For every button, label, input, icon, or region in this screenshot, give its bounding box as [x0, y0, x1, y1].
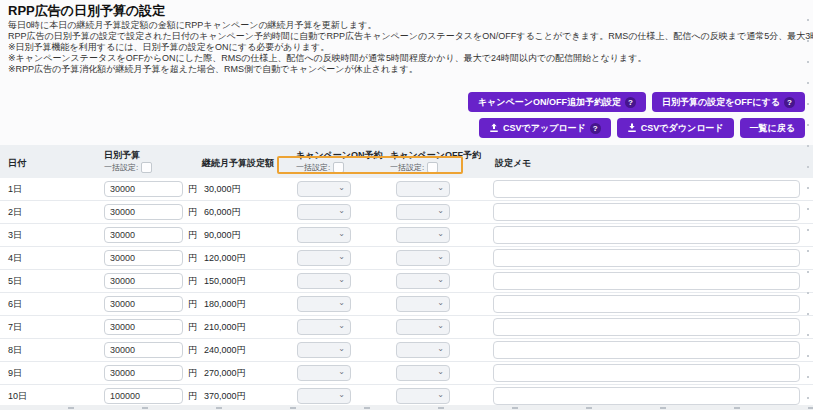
campaign-off-select[interactable]: ⌄ [396, 273, 450, 289]
campaign-on-select[interactable]: ⌄ [297, 388, 351, 404]
daily-budget-input[interactable] [104, 181, 183, 197]
description-line: ※RPP広告の予算消化額が継続月予算を超えた場合、RMS側で自動でキャンペーンが… [8, 64, 813, 75]
header-campaign-on: キャンペーンON予約 [296, 149, 383, 162]
campaign-off-select[interactable]: ⌄ [396, 296, 450, 312]
chevron-down-icon: ⌄ [437, 207, 444, 215]
unit-label: 円 [188, 390, 197, 403]
csv-download-button[interactable]: CSVでダウンロード [617, 118, 734, 138]
unit-label: 円 [188, 275, 197, 288]
daily-budget-input[interactable] [104, 227, 183, 243]
campaign-on-select[interactable]: ⌄ [297, 319, 351, 335]
page-title: RPP広告の日別予算の設定 [8, 2, 165, 20]
chevron-down-icon: ⌄ [437, 322, 444, 330]
table-row: 3日 円 90,000円 ⌄ ⌄ [0, 224, 813, 247]
table-row: 6日 円 180,000円 ⌄ ⌄ [0, 293, 813, 316]
horizontal-scrollbar[interactable] [0, 405, 813, 410]
chevron-down-icon: ⌄ [437, 230, 444, 238]
bulk-set-campaign-on: 一括設定: [296, 162, 344, 173]
daily-budget-input[interactable] [104, 250, 183, 266]
campaign-onoff-reserve-button[interactable]: キャンペーンON/OFF追加予約設定 ? [468, 92, 646, 112]
chevron-down-icon: ⌄ [338, 322, 345, 330]
daily-budget-input[interactable] [104, 365, 183, 381]
memo-input[interactable] [493, 364, 800, 382]
chevron-down-icon: ⌄ [338, 207, 345, 215]
campaign-onoff-reserve-label: キャンペーンON/OFF追加予約設定 [478, 96, 621, 109]
back-to-list-button[interactable]: 一覧に戻る [740, 118, 805, 138]
daily-budget-input[interactable] [104, 296, 183, 312]
memo-input[interactable] [493, 318, 800, 336]
campaign-off-select[interactable]: ⌄ [396, 181, 450, 197]
description-line: ※キャンペーンステータスをOFFからONにした際、RMSの仕様上、配信への反映時… [8, 53, 813, 64]
daily-budget-input[interactable] [104, 204, 183, 220]
table-body: 1日 円 30,000円 ⌄ ⌄ 2日 円 60,000円 ⌄ ⌄ 3日 円 9… [0, 178, 813, 408]
campaign-on-select[interactable]: ⌄ [297, 227, 351, 243]
campaign-on-select[interactable]: ⌄ [297, 250, 351, 266]
bulk-set-daily-budget: 一括設定: [104, 162, 152, 173]
monthly-total-value: 270,000円 [204, 367, 246, 380]
chevron-down-icon: ⌄ [437, 368, 444, 376]
toolbar-row-2: CSVでアップロード ? CSVでダウンロード 一覧に戻る [479, 118, 805, 138]
chevron-down-icon: ⌄ [338, 276, 345, 284]
daily-budget-input[interactable] [104, 342, 183, 358]
daily-budget-input[interactable] [104, 388, 183, 404]
campaign-on-select[interactable]: ⌄ [297, 204, 351, 220]
campaign-on-select[interactable]: ⌄ [297, 273, 351, 289]
table-row: 7日 円 210,000円 ⌄ ⌄ [0, 316, 813, 339]
chevron-down-icon: ⌄ [437, 253, 444, 261]
chevron-down-icon: ⌄ [338, 230, 345, 238]
memo-input[interactable] [493, 295, 800, 313]
campaign-on-select[interactable]: ⌄ [297, 342, 351, 358]
monthly-total-value: 240,000円 [204, 344, 246, 357]
unit-label: 円 [188, 298, 197, 311]
help-icon[interactable]: ? [625, 97, 636, 108]
memo-input[interactable] [493, 387, 800, 405]
chevron-down-icon: ⌄ [338, 299, 345, 307]
memo-input[interactable] [493, 341, 800, 359]
campaign-off-select[interactable]: ⌄ [396, 388, 450, 404]
unit-label: 円 [188, 206, 197, 219]
header-daily-budget: 日別予算 [104, 149, 140, 162]
campaign-off-select[interactable]: ⌄ [396, 250, 450, 266]
vertical-scrollbar[interactable] [807, 0, 809, 410]
daily-budget-input[interactable] [104, 319, 183, 335]
chevron-down-icon: ⌄ [338, 391, 345, 399]
campaign-off-select[interactable]: ⌄ [396, 204, 450, 220]
bulk-set-campaign-off: 一括設定: [390, 162, 438, 173]
monthly-total-value: 150,000円 [204, 275, 246, 288]
table-row: 9日 円 270,000円 ⌄ ⌄ [0, 362, 813, 385]
memo-input[interactable] [493, 226, 800, 244]
campaign-on-select[interactable]: ⌄ [297, 365, 351, 381]
daily-budget-input[interactable] [104, 273, 183, 289]
monthly-total-value: 120,000円 [204, 252, 246, 265]
page-description: 毎日0時に本日の継続月予算設定額の金額にRPPキャンペーンの継続月予算を更新しま… [8, 20, 813, 75]
help-icon[interactable]: ? [784, 97, 795, 108]
csv-upload-button[interactable]: CSVでアップロード ? [479, 118, 611, 138]
chevron-down-icon: ⌄ [338, 345, 345, 353]
table-row: 5日 円 150,000円 ⌄ ⌄ [0, 270, 813, 293]
monthly-total-value: 180,000円 [204, 298, 246, 311]
bulk-set-label: 一括設定: [104, 162, 138, 173]
bulk-set-checkbox[interactable] [141, 162, 152, 173]
memo-input[interactable] [493, 249, 800, 267]
chevron-down-icon: ⌄ [338, 253, 345, 261]
daily-budget-settings-page: RPP広告の日別予算の設定 毎日0時に本日の継続月予算設定額の金額にRPPキャン… [0, 0, 813, 410]
campaign-on-select[interactable]: ⌄ [297, 181, 351, 197]
daily-budget-off-button[interactable]: 日別予算の設定をOFFにする ? [652, 92, 805, 112]
memo-input[interactable] [493, 203, 800, 221]
campaign-off-select[interactable]: ⌄ [396, 227, 450, 243]
bulk-set-checkbox[interactable] [427, 162, 438, 173]
help-icon[interactable]: ? [590, 123, 601, 134]
campaign-off-select[interactable]: ⌄ [396, 342, 450, 358]
campaign-on-select[interactable]: ⌄ [297, 296, 351, 312]
unit-label: 円 [188, 252, 197, 265]
bulk-set-checkbox[interactable] [333, 162, 344, 173]
row-date-label: 5日 [8, 275, 22, 288]
description-line: RPP広告の日別予算の設定で設定された日付のキャンペーン予約時間に自動でRPP広… [8, 31, 813, 42]
campaign-off-select[interactable]: ⌄ [396, 319, 450, 335]
chevron-down-icon: ⌄ [338, 184, 345, 192]
memo-input[interactable] [493, 180, 800, 198]
row-date-label: 4日 [8, 252, 22, 265]
campaign-off-select[interactable]: ⌄ [396, 365, 450, 381]
chevron-down-icon: ⌄ [437, 391, 444, 399]
memo-input[interactable] [493, 272, 800, 290]
